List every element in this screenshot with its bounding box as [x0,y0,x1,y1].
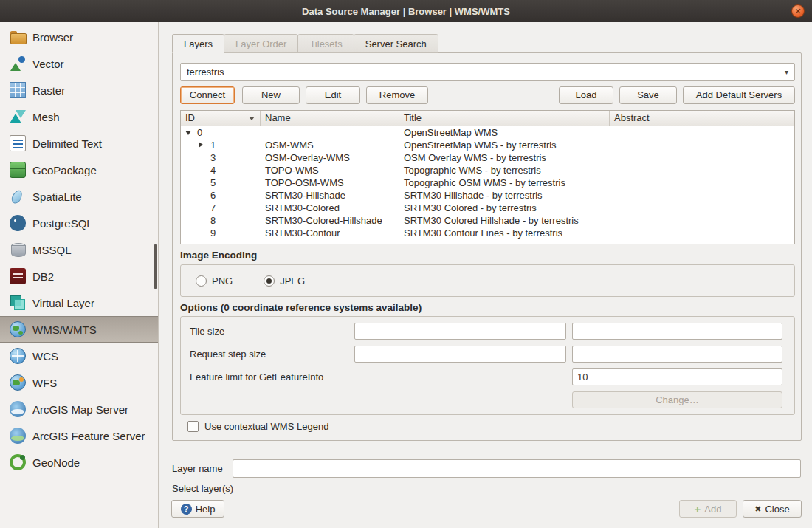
window-title: Data Source Manager | Browser | WMS/WMTS [302,6,510,17]
layer-name: SRTM30-Colored-Hillshade [261,214,399,227]
sidebar-item-mesh[interactable]: Mesh [0,103,158,130]
raster-icon [10,82,26,98]
close-button[interactable]: ✖ Close [743,500,802,518]
sidebar-item-geopackage[interactable]: GeoPackage [0,157,158,183]
column-header-abstract[interactable]: Abstract [610,111,794,126]
sidebar-item-label: DB2 [32,270,54,283]
layer-row[interactable]: 3OSM-Overlay-WMSOSM Overlay WMS - by ter… [181,151,794,164]
layer-row[interactable]: 5TOPO-OSM-WMSTopographic OSM WMS - by te… [181,176,794,189]
save-button[interactable]: Save [619,86,677,104]
layer-abstract [610,202,794,214]
sidebar-item-postgresql[interactable]: PostgreSQL [0,210,158,236]
sidebar-item-delimited-text[interactable]: Delimited Text [0,130,158,157]
layer-abstract [610,189,794,202]
server-connection-value: terrestris [187,66,224,78]
geopackage-icon [10,162,26,178]
delimited-text-icon [10,135,26,151]
layer-name: OSM-WMS [261,139,399,151]
add-button-label: Add [704,504,721,515]
layer-abstract [610,164,794,176]
help-button[interactable]: ? Help [171,500,224,518]
radio-jpeg[interactable]: JPEG [264,275,305,287]
column-header-id[interactable]: ID [181,111,261,126]
expand-icon[interactable] [199,142,203,148]
load-button[interactable]: Load [559,86,613,104]
layer-title: SRTM30 Colored Hillshade - by terrestris [399,214,610,227]
sidebar-item-label: Vector [32,58,64,70]
column-header-name[interactable]: Name [261,111,399,126]
sidebar-scrollbar-thumb[interactable] [154,244,157,289]
sidebar-item-arcgis-map-server[interactable]: ArcGIS Map Server [0,396,158,422]
layer-abstract [610,151,794,164]
sidebar-item-virtual-layer[interactable]: Virtual Layer [0,289,158,316]
sidebar-item-label: Mesh [32,111,60,123]
feature-limit-input[interactable] [572,368,782,385]
connect-button[interactable]: Connect [180,86,235,104]
new-button[interactable]: New [242,86,300,104]
sidebar-item-wfs[interactable]: WFS [0,369,158,396]
tab-layer-order: Layer Order [224,34,298,53]
sidebar-item-db2[interactable]: DB2 [0,263,158,289]
db2-icon [10,268,26,284]
column-header-title[interactable]: Title [399,111,610,126]
layer-name: SRTM30-Contour [261,227,399,239]
sidebar-item-browser[interactable]: Browser [0,24,158,50]
layer-name-input[interactable] [233,459,801,478]
folder-icon [10,29,26,45]
collapse-icon[interactable] [185,131,191,135]
layer-row[interactable]: 4TOPO-WMSTopographic WMS - by terrestris [181,164,794,176]
sidebar-item-raster[interactable]: Raster [0,77,158,103]
sidebar-item-arcgis-feature-server[interactable]: ArcGIS Feature Server [0,422,158,449]
layer-row[interactable]: 7SRTM30-ColoredSRTM30 Colored - by terre… [181,202,794,214]
radio-png[interactable]: PNG [196,275,233,287]
sidebar-item-mssql[interactable]: MSSQL [0,236,158,263]
layer-id: 5 [181,177,216,188]
request-step-width-input[interactable] [354,346,566,363]
request-step-size-label: Request step size [190,346,266,363]
sidebar-item-label: Delimited Text [32,137,102,150]
sidebar-item-spatialite[interactable]: SpatiaLite [0,183,158,210]
layer-name: SRTM30-Colored [261,202,399,214]
layer-title: OpenStreetMap WMS - by terrestris [399,139,610,151]
layer-id-cell: 9 [181,227,261,239]
tile-size-height-input[interactable] [572,323,782,340]
sidebar-item-wms-wmts[interactable]: WMS/WMTS [0,316,158,343]
options-group: Tile size Request step size Feature limi… [180,316,795,415]
layer-row[interactable]: 0OpenStreetMap WMS [181,126,794,139]
remove-button[interactable]: Remove [366,86,428,104]
sidebar-item-label: WFS [32,377,57,389]
sidebar-item-label: MSSQL [32,244,72,256]
add-default-servers-button[interactable]: Add Default Servers [683,86,795,104]
layer-name [261,126,399,139]
window-close-icon[interactable]: ✕ [791,4,805,18]
data-source-manager-window: Data Source Manager | Browser | WMS/WMTS… [0,0,812,528]
layers-table: ID Name Title Abstract 0OpenStreetMap WM… [180,110,795,244]
sidebar-item-label: Virtual Layer [32,297,94,309]
request-step-height-input[interactable] [572,346,782,363]
tab-server-search[interactable]: Server Search [354,34,438,53]
sidebar-item-label: GeoNode [32,456,80,469]
server-connection-select[interactable]: terrestris ▾ [180,63,795,81]
sidebar-list: BrowserVectorRasterMeshDelimited TextGeo… [0,24,158,476]
layer-abstract [610,214,794,227]
layer-row[interactable]: 8SRTM30-Colored-HillshadeSRTM30 Colored … [181,214,794,227]
layer-row[interactable]: 1OSM-WMSOpenStreetMap WMS - by terrestri… [181,139,794,151]
sidebar-item-geonode[interactable]: GeoNode [0,449,158,476]
edit-button[interactable]: Edit [306,86,360,104]
layer-row[interactable]: 6SRTM30-HillshadeSRTM30 Hillshade - by t… [181,189,794,202]
sidebar-item-vector[interactable]: Vector [0,50,158,77]
image-encoding-title: Image Encoding [180,250,257,261]
select-layers-hint: Select layer(s) [172,483,233,494]
tab-layers[interactable]: Layers [172,34,224,53]
sidebar-item-wcs[interactable]: WCS [0,343,158,369]
layer-row[interactable]: 9SRTM30-ContourSRTM30 Contour Lines - by… [181,227,794,239]
titlebar[interactable]: Data Source Manager | Browser | WMS/WMTS… [0,0,812,22]
tab-tilesets: Tilesets [297,34,354,53]
layer-id-cell: 8 [181,214,261,227]
sidebar-item-label: WCS [32,350,58,363]
use-contextual-wms-legend-checkbox[interactable]: Use contextual WMS Legend [187,421,328,432]
tile-size-width-input[interactable] [354,323,566,340]
layer-id: 9 [181,227,216,239]
add-button: + Add [679,500,737,518]
layer-title: SRTM30 Colored - by terrestris [399,202,610,214]
